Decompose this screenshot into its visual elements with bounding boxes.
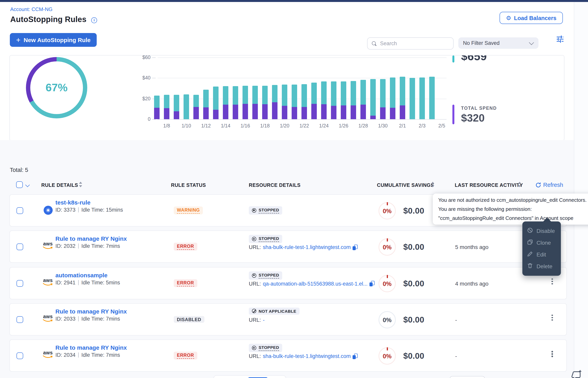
rule-status-badge[interactable]: ERROR [174,243,197,251]
info-icon[interactable]: i [91,17,97,23]
bar-spend[interactable] [233,105,238,119]
bar-savings[interactable] [154,95,160,108]
rule-status-badge[interactable]: ERROR [174,352,197,360]
bar-spend[interactable] [301,107,307,119]
bar-savings[interactable] [409,78,415,119]
sort-rule-details-icon[interactable] [79,182,82,187]
bar-spend[interactable] [321,104,327,119]
menu-item-edit[interactable]: Edit [522,249,561,260]
bar-spend[interactable] [213,110,218,119]
bar-savings[interactable] [419,77,425,119]
menu-item-disable[interactable]: Disable [522,225,561,237]
col-last-resource-activity[interactable]: LAST RESOURCE ACTIVITY [455,183,523,188]
filter-panel-icon[interactable] [556,35,564,43]
bar-spend[interactable] [351,105,356,119]
resource-state-badge[interactable]: STOPPED [249,235,282,243]
row-checkbox[interactable] [16,316,23,323]
bar-savings[interactable] [400,77,405,105]
refresh-button[interactable]: Refresh [535,182,563,188]
rule-status-badge[interactable]: DISABLED [174,316,205,323]
bar-spend[interactable] [272,102,278,119]
row-checkbox[interactable] [16,280,23,286]
bar-spend[interactable] [370,116,376,119]
resource-url-link[interactable]: qa-automation-alb-515563988.us-east-1.el… [263,281,368,286]
resource-state-badge[interactable]: STOPPED [249,271,282,280]
select-all-checkbox[interactable] [16,181,23,188]
bar-savings[interactable] [262,86,268,104]
bar-spend[interactable] [380,107,385,119]
bar-savings[interactable] [370,79,376,115]
bar-savings[interactable] [174,95,179,111]
bar-savings[interactable] [292,85,297,107]
bar-spend[interactable] [252,104,258,119]
bar-spend[interactable] [341,105,346,119]
resource-state-badge[interactable]: STOPPED [249,344,282,352]
bar-spend[interactable] [164,108,169,119]
bar-spend[interactable] [400,105,405,119]
row-menu-button[interactable] [550,351,555,361]
bar-spend[interactable] [243,104,248,119]
bar-savings[interactable] [223,86,228,105]
bar-savings[interactable] [203,90,209,107]
bar-spend[interactable] [292,107,297,119]
search-input[interactable] [379,40,453,47]
bar-spend[interactable] [282,106,287,119]
bar-spend[interactable] [174,111,179,119]
bar-spend[interactable] [390,108,396,119]
row-checkbox[interactable] [16,352,23,359]
copy-icon[interactable] [353,353,358,359]
bar-savings[interactable] [429,77,435,119]
bar-spend[interactable] [360,105,366,119]
saved-filter-dropdown[interactable]: No Filter Saved [458,37,538,49]
bar-spend[interactable] [154,108,160,119]
bar-savings[interactable] [213,87,218,110]
copy-icon[interactable] [353,245,358,250]
bar-savings[interactable] [341,81,346,105]
pagination-page-size-button[interactable] [450,376,485,378]
help-chat-icon[interactable] [570,368,583,378]
menu-item-delete[interactable]: Delete [522,260,561,272]
bar-spend[interactable] [311,104,317,119]
bar-savings[interactable] [301,84,307,107]
rule-name-link[interactable]: Rule to manage RY Nginx [55,235,127,242]
rule-name-link[interactable]: test-k8s-rule [55,199,90,206]
bar-savings[interactable] [184,94,189,119]
resource-state-badge[interactable]: NOT APPLICABLE [249,308,299,315]
bar-spend[interactable] [331,106,336,119]
search-box[interactable] [367,37,454,50]
bar-savings[interactable] [351,81,356,105]
bar-savings[interactable] [321,81,327,104]
load-balancers-button[interactable]: ⚙ Load Balancers [499,12,563,24]
bar-savings[interactable] [282,85,287,106]
bar-spend[interactable] [262,104,268,119]
rule-name-link[interactable]: Rule to manage RY Nginx [55,344,127,351]
bar-savings[interactable] [252,86,258,104]
bar-savings[interactable] [390,77,396,108]
rule-name-link[interactable]: automationsample [55,272,107,278]
menu-item-clone[interactable]: Clone [522,237,561,249]
row-menu-button[interactable] [550,315,555,325]
rule-name-link[interactable]: Rule to manage RY Nginx [55,308,127,315]
new-autostopping-rule-button[interactable]: + New AutoStopping Rule [10,33,97,47]
bar-spend[interactable] [193,107,199,119]
bar-savings[interactable] [243,86,248,104]
bar-spend[interactable] [203,107,209,119]
bar-spend[interactable] [223,105,228,119]
sort-last-activity-icon[interactable] [518,182,521,187]
pagination-active-page[interactable] [248,377,268,378]
bar-savings[interactable] [164,95,169,108]
resource-url-link[interactable]: - [263,317,265,323]
rule-status-badge[interactable]: WARNING [174,206,203,214]
row-checkbox[interactable] [16,207,23,214]
bar-savings[interactable] [272,85,278,102]
rule-status-badge[interactable]: ERROR [174,279,197,287]
bar-savings[interactable] [311,83,317,104]
bar-savings[interactable] [233,86,238,105]
resource-state-badge[interactable]: STOPPED [249,206,282,215]
sort-cumulative-savings-icon[interactable] [431,182,434,187]
resource-url-link[interactable]: sha-bulk-rule-test-1.lightwingtest.com [263,353,351,359]
bar-savings[interactable] [331,81,336,106]
bar-savings[interactable] [360,80,366,105]
copy-icon[interactable] [370,281,375,286]
row-checkbox[interactable] [16,244,23,250]
